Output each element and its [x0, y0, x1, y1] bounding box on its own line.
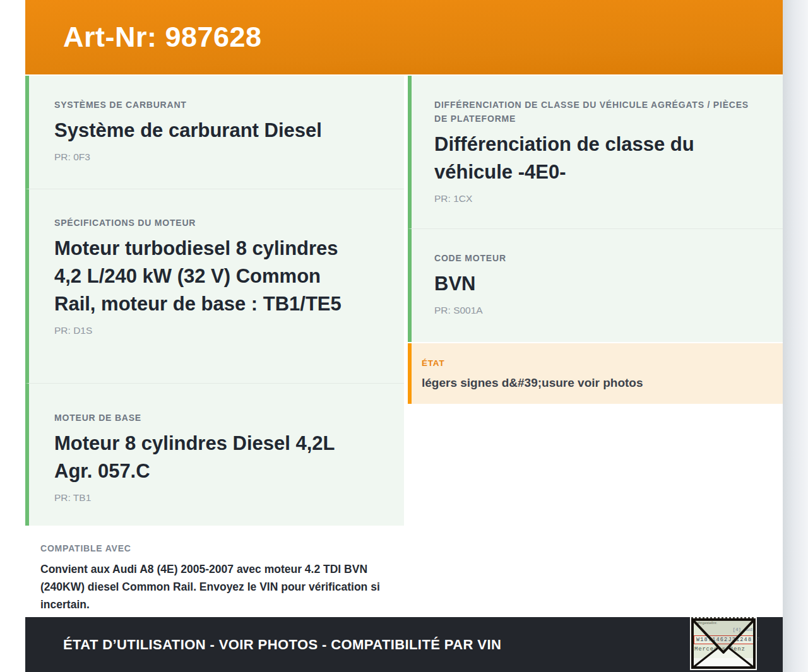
base-engine-title: Moteur 8 cylindres Diesel 4,2L Agr. 057.…	[54, 430, 360, 485]
vehicle-class-title: Différenciation de classe du véhicule -4…	[434, 131, 754, 186]
registration-document-image: Fahrgestellnr. [4] Aud W1871462J31248 7 …	[690, 617, 757, 670]
compatibility-card: COMPATIBLE AVEC Convient aux Audi A8 (4E…	[25, 526, 404, 617]
engine-spec-label: SPÉCIFICATIONS DU MOTEUR	[54, 216, 360, 230]
listing-page: Art-Nr: 987628 SYSTÈMES DE CARBURANT Sys…	[0, 0, 808, 672]
base-engine-card: MOTEUR DE BASE Moteur 8 cylindres Diesel…	[25, 383, 404, 526]
right-edge-shadow	[783, 0, 808, 672]
engine-code-title: BVN	[434, 270, 754, 298]
engine-spec-title: Moteur turbodiesel 8 cylindres 4,2 L/240…	[54, 235, 360, 318]
vin-suffix: 7	[756, 637, 759, 643]
engine-spec-pr-code: PR: D1S	[54, 325, 360, 336]
header-bar: Art-Nr: 987628	[25, 0, 783, 74]
fuel-system-title: Système de carburant Diesel	[54, 117, 360, 144]
engine-code-pr-code: PR: S001A	[434, 305, 754, 316]
condition-card: ÉTAT légers signes d&#39;usure voir phot…	[408, 343, 783, 404]
envelope-icon	[691, 618, 756, 669]
base-engine-label: MOTEUR DE BASE	[54, 411, 360, 425]
condition-label: ÉTAT	[422, 357, 770, 370]
fuel-system-label: SYSTÈMES DE CARBURANT	[54, 98, 360, 112]
base-engine-pr-code: PR: TB1	[54, 492, 360, 504]
fuel-system-card: SYSTÈMES DE CARBURANT Système de carbura…	[25, 76, 404, 189]
right-column: DIFFÉRENCIATION DE CLASSE DU VÉHICULE AG…	[408, 76, 783, 404]
footer-text: ÉTAT D’UTILISATION - VOIR PHOTOS - COMPA…	[63, 637, 501, 653]
vehicle-class-card: DIFFÉRENCIATION DE CLASSE DU VÉHICULE AG…	[408, 76, 783, 228]
vehicle-class-label: DIFFÉRENCIATION DE CLASSE DU VÉHICULE AG…	[434, 98, 754, 126]
compatibility-label: COMPATIBLE AVEC	[40, 541, 389, 555]
footer-bar: ÉTAT D’UTILISATION - VOIR PHOTOS - COMPA…	[25, 617, 783, 672]
article-number-title: Art-Nr: 987628	[63, 21, 262, 54]
vehicle-class-pr-code: PR: 1CX	[434, 193, 754, 204]
fuel-system-pr-code: PR: 0F3	[54, 151, 360, 163]
engine-code-label: CODE MOTEUR	[434, 251, 754, 265]
engine-code-card: CODE MOTEUR BVN PR: S001A	[408, 228, 783, 342]
left-column: SYSTÈMES DE CARBURANT Système de carbura…	[25, 76, 404, 526]
compatibility-text: Convient aux Audi A8 (4E) 2005-2007 avec…	[40, 560, 389, 613]
condition-text: légers signes d&#39;usure voir photos	[422, 376, 770, 390]
engine-spec-card: SPÉCIFICATIONS DU MOTEUR Moteur turbodie…	[25, 189, 404, 383]
